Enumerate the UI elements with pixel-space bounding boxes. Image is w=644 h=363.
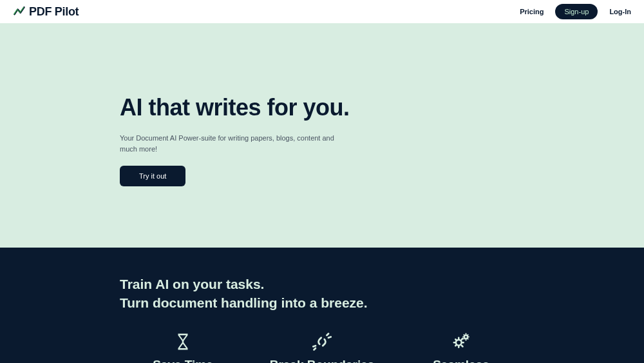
feature-save-time: Save Time Only read what you need to kno… bbox=[120, 332, 246, 363]
features-grid: Save Time Only read what you need to kno… bbox=[120, 332, 524, 363]
header: PDF Pilot Pricing Sign-up Log-In bbox=[0, 0, 644, 23]
svg-line-2 bbox=[314, 348, 316, 350]
unlink-icon bbox=[312, 332, 332, 351]
main-nav: Pricing Sign-up Log-In bbox=[520, 4, 631, 19]
svg-line-0 bbox=[327, 333, 329, 335]
pricing-link[interactable]: Pricing bbox=[520, 8, 544, 15]
features-section: Train AI on your tasks. Turn document ha… bbox=[0, 248, 644, 363]
feature-title: Break Boundaries bbox=[259, 358, 385, 363]
hero-subtitle: Your Document AI Power-suite for writing… bbox=[120, 133, 345, 154]
hero-section: AI that writes for you. Your Document AI… bbox=[0, 23, 644, 248]
features-heading: Train AI on your tasks. Turn document ha… bbox=[120, 275, 526, 313]
features-heading-wrap: Train AI on your tasks. Turn document ha… bbox=[120, 275, 526, 313]
login-link[interactable]: Log-In bbox=[609, 8, 631, 15]
feature-seamless-automation: Seamless Automation Cut down manual work… bbox=[398, 332, 524, 363]
try-it-out-button[interactable]: Try it out bbox=[120, 166, 185, 186]
logo-icon bbox=[13, 5, 26, 18]
gears-icon bbox=[451, 332, 471, 351]
logo-text: PDF Pilot bbox=[29, 5, 79, 19]
svg-line-3 bbox=[313, 346, 316, 346]
feature-title: Save Time bbox=[120, 358, 246, 363]
features-heading-line1: Train AI on your tasks. bbox=[120, 277, 264, 291]
feature-break-boundaries: Break Boundaries Enable AI to comprehend… bbox=[259, 332, 385, 363]
hero-content: AI that writes for you. Your Document AI… bbox=[120, 94, 526, 186]
hero-title: AI that writes for you. bbox=[120, 94, 526, 121]
signup-button[interactable]: Sign-up bbox=[555, 4, 598, 19]
logo[interactable]: PDF Pilot bbox=[13, 5, 79, 19]
features-heading-line2: Turn document handling into a breeze. bbox=[120, 295, 368, 310]
feature-title: Seamless Automation bbox=[398, 358, 524, 363]
hourglass-icon bbox=[173, 332, 193, 351]
svg-line-1 bbox=[328, 337, 331, 337]
